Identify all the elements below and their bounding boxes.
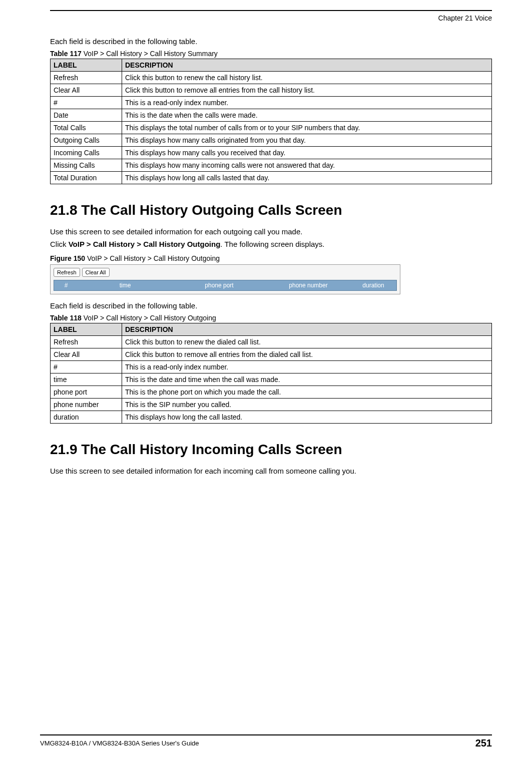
table-117-header-desc: DESCRIPTION <box>122 59 492 72</box>
page-footer: VMG8324-B10A / VMG8324-B30A Series User'… <box>40 734 492 749</box>
cell-desc: Click this button to renew the call hist… <box>122 72 492 84</box>
table-118-header-label: LABEL <box>51 323 122 336</box>
cell-desc: This is the SIP number you called. <box>122 399 492 411</box>
cell-desc: Click this button to remove all entries … <box>122 348 492 361</box>
cell-label: duration <box>51 411 122 424</box>
table-117: LABEL DESCRIPTION RefreshClick this butt… <box>50 59 492 184</box>
cell-label: # <box>51 97 122 109</box>
cell-desc: This displays how many calls you receive… <box>122 147 492 159</box>
section-21-8-p1: Use this screen to see detailed informat… <box>50 227 492 236</box>
section-21-8-title: 21.8 The Call History Outgoing Calls Scr… <box>50 202 492 218</box>
cell-desc: This displays how many incoming calls we… <box>122 159 492 172</box>
cell-desc: Click this button to remove all entries … <box>122 84 492 97</box>
cell-label: time <box>51 373 122 386</box>
figure-150-caption-bold: Figure 150 <box>50 254 85 262</box>
col-phone-number: phone number <box>266 280 350 290</box>
table-row: Clear AllClick this button to remove all… <box>51 348 492 361</box>
cell-label: Total Calls <box>51 122 122 134</box>
cell-label: Clear All <box>51 84 122 97</box>
cell-label: Incoming Calls <box>51 147 122 159</box>
cell-label: Refresh <box>51 336 122 348</box>
table-row: #This is a read-only index number. <box>51 97 492 109</box>
section-21-9-p1: Use this screen to see detailed informat… <box>50 467 492 475</box>
cell-desc: This is a read-only index number. <box>122 97 492 109</box>
section-21-9-title: 21.9 The Call History Incoming Calls Scr… <box>50 442 492 458</box>
cell-desc: This is the date when the calls were mad… <box>122 109 492 122</box>
cell-label: Outgoing Calls <box>51 134 122 147</box>
col-duration: duration <box>350 280 396 290</box>
col-hash: # <box>54 280 78 290</box>
table-row: Total CallsThis displays the total numbe… <box>51 122 492 134</box>
intro-text: Each field is described in the following… <box>50 37 492 46</box>
cell-desc: This displays how long the call lasted. <box>122 411 492 424</box>
cell-label: Refresh <box>51 72 122 84</box>
table-row: phone portThis is the phone port on whic… <box>51 386 492 399</box>
cell-label: phone number <box>51 399 122 411</box>
intro-text-2: Each field is described in the following… <box>50 301 492 310</box>
col-time: time <box>78 280 172 290</box>
table-row: durationThis displays how long the call … <box>51 411 492 424</box>
cell-desc: This displays the total number of calls … <box>122 122 492 134</box>
table-117-header-label: LABEL <box>51 59 122 72</box>
cell-label: Missing Calls <box>51 159 122 172</box>
p2-bold: VoIP > Call History > Call History Outgo… <box>69 240 221 248</box>
cell-desc: This is the date and time when the call … <box>122 373 492 386</box>
table-117-caption: Table 117 VoIP > Call History > Call His… <box>50 50 492 58</box>
table-118-header-desc: DESCRIPTION <box>122 323 492 336</box>
table-row: timeThis is the date and time when the c… <box>51 373 492 386</box>
table-row: Incoming CallsThis displays how many cal… <box>51 147 492 159</box>
table-row: Outgoing CallsThis displays how many cal… <box>51 134 492 147</box>
cell-label: Date <box>51 109 122 122</box>
table-117-caption-bold: Table 117 <box>50 50 82 58</box>
table-118-caption-rest: VoIP > Call History > Call History Outgo… <box>82 314 216 322</box>
col-phone-port: phone port <box>172 280 266 290</box>
table-row: Clear AllClick this button to remove all… <box>51 84 492 97</box>
table-row: phone numberThis is the SIP number you c… <box>51 399 492 411</box>
figure-150-caption: Figure 150 VoIP > Call History > Call Hi… <box>50 254 492 262</box>
cell-label: phone port <box>51 386 122 399</box>
chapter-header: Chapter 21 Voice <box>50 14 492 22</box>
cell-label: Total Duration <box>51 172 122 184</box>
table-row: Missing CallsThis displays how many inco… <box>51 159 492 172</box>
p2-pre: Click <box>50 240 69 248</box>
figure-150-screenshot: Refresh Clear All # time phone port phon… <box>50 264 400 294</box>
footer-guide-title: VMG8324-B10A / VMG8324-B30A Series User'… <box>40 739 199 747</box>
table-118: LABEL DESCRIPTION RefreshClick this butt… <box>50 323 492 424</box>
cell-label: # <box>51 361 122 373</box>
table-row: #This is a read-only index number. <box>51 361 492 373</box>
table-118-caption: Table 118 VoIP > Call History > Call His… <box>50 314 492 322</box>
cell-desc: This is a read-only index number. <box>122 361 492 373</box>
page-number: 251 <box>475 737 492 749</box>
table-row: RefreshClick this button to renew the di… <box>51 336 492 348</box>
table-row: Total DurationThis displays how long all… <box>51 172 492 184</box>
screenshot-table-header: # time phone port phone number duration <box>54 280 397 291</box>
section-21-8-p2: Click VoIP > Call History > Call History… <box>50 240 492 248</box>
cell-desc: This displays how long all calls lasted … <box>122 172 492 184</box>
refresh-button[interactable]: Refresh <box>54 268 80 277</box>
cell-desc: This is the phone port on which you made… <box>122 386 492 399</box>
table-row: DateThis is the date when the calls were… <box>51 109 492 122</box>
cell-label: Clear All <box>51 348 122 361</box>
table-118-caption-bold: Table 118 <box>50 314 82 322</box>
table-117-caption-rest: VoIP > Call History > Call History Summa… <box>82 50 218 58</box>
p2-post: . The following screen displays. <box>220 240 324 248</box>
cell-desc: This displays how many calls originated … <box>122 134 492 147</box>
table-row: RefreshClick this button to renew the ca… <box>51 72 492 84</box>
clear-all-button[interactable]: Clear All <box>82 268 110 277</box>
figure-150-caption-rest: VoIP > Call History > Call History Outgo… <box>85 254 220 262</box>
cell-desc: Click this button to renew the dialed ca… <box>122 336 492 348</box>
